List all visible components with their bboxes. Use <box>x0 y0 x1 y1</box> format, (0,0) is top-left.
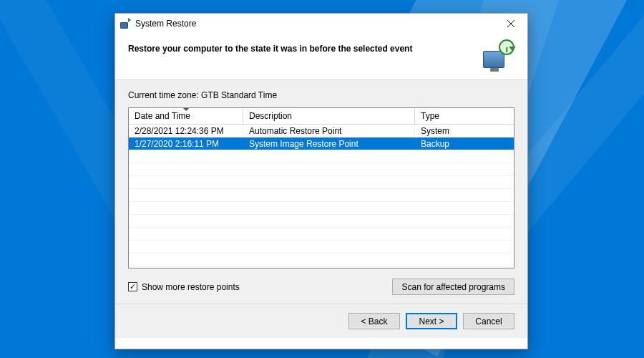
scan-affected-button[interactable]: Scan for affected programs <box>392 279 514 295</box>
empty-row <box>129 215 514 228</box>
list-rows: 2/28/2021 12:24:36 PMAutomatic Restore P… <box>129 125 514 266</box>
dialog-heading: Restore your computer to the state it wa… <box>128 44 473 54</box>
cell-type: System <box>415 125 514 137</box>
sort-desc-icon <box>183 108 189 111</box>
empty-row <box>129 163 514 176</box>
column-header-date[interactable]: Date and Time <box>129 108 243 125</box>
close-button[interactable] <box>496 14 526 34</box>
empty-row <box>129 150 514 163</box>
empty-row <box>129 253 514 266</box>
back-button[interactable]: < Back <box>348 313 400 329</box>
empty-row <box>129 189 514 202</box>
checkbox-icon: ✓ <box>128 282 137 291</box>
timezone-label: Current time zone: GTB Standard Time <box>128 90 514 100</box>
cell-date: 1/27/2020 2:16:11 PM <box>129 137 243 150</box>
window-title: System Restore <box>135 19 196 29</box>
show-more-label: Show more restore points <box>142 282 240 292</box>
titlebar[interactable]: System Restore <box>115 14 527 34</box>
cell-description: Automatic Restore Point <box>243 125 415 137</box>
list-header: Date and Time Description Type <box>129 108 514 125</box>
column-header-type[interactable]: Type <box>415 108 514 125</box>
empty-row <box>129 176 514 189</box>
close-icon <box>507 20 514 27</box>
next-button[interactable]: Next > <box>406 313 457 329</box>
cell-type: Backup <box>415 137 514 150</box>
column-header-date-label: Date and Time <box>135 111 190 121</box>
empty-row <box>129 228 514 241</box>
column-header-description[interactable]: Description <box>243 108 415 125</box>
system-restore-icon <box>119 18 131 29</box>
show-more-checkbox[interactable]: ✓ Show more restore points <box>128 282 240 292</box>
restore-points-list[interactable]: Date and Time Description Type 2/28/2021… <box>128 107 514 268</box>
empty-row <box>129 202 514 215</box>
empty-row <box>129 241 514 253</box>
dialog-footer: < Back Next > Cancel <box>115 304 527 338</box>
cancel-button[interactable]: Cancel <box>463 313 514 329</box>
table-row[interactable]: 1/27/2020 2:16:11 PMSystem Image Restore… <box>129 137 514 150</box>
restore-hero-icon <box>480 39 514 69</box>
system-restore-dialog: System Restore Restore your computer to … <box>114 13 528 349</box>
cell-description: System Image Restore Point <box>243 137 415 150</box>
dialog-body: Current time zone: GTB Standard Time Dat… <box>115 79 527 304</box>
table-row[interactable]: 2/28/2021 12:24:36 PMAutomatic Restore P… <box>129 125 514 137</box>
cell-date: 2/28/2021 12:24:36 PM <box>129 125 243 137</box>
dialog-header: Restore your computer to the state it wa… <box>115 34 527 79</box>
